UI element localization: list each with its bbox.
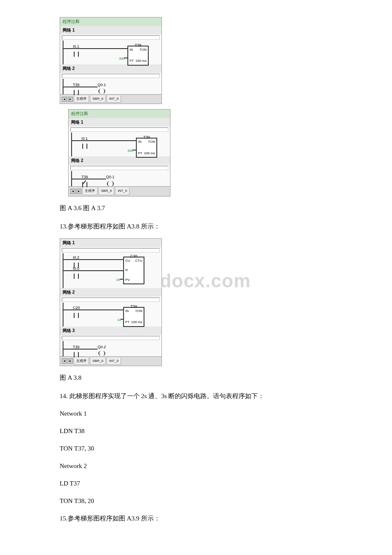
coil-q01: Q0.1 — [98, 81, 106, 96]
timer-name: T39 — [143, 134, 150, 141]
network-title: 网络 1 — [60, 239, 161, 247]
counter-preset: 20 — [116, 277, 120, 283]
power-rail — [63, 303, 63, 327]
tab-main[interactable]: 主程序 — [74, 358, 89, 365]
network-1: 网络 1 I0.2 I0.0 C20 CUCTU R PV — [60, 239, 161, 288]
network-title: 网络 2 — [69, 156, 170, 165]
network-title: 网络 2 — [60, 288, 161, 297]
network-2: 网络 2 C20 T39 INTON PT100 ms 10 — [60, 288, 161, 327]
network-comment-field — [62, 336, 160, 340]
counter-pv-pin: PV — [125, 277, 130, 283]
network-comment-field — [62, 74, 160, 78]
network-title: 网络 1 — [60, 26, 161, 35]
counter-r-pin: R — [125, 267, 128, 273]
tab-nav-left[interactable]: ◂ — [62, 97, 67, 102]
network-title: 网络 2 — [60, 64, 161, 73]
tab-nav-right[interactable]: ▸ — [68, 358, 73, 364]
network-body: I0.1 T39 INTON PT100 ms 300 — [60, 40, 161, 64]
network-body: T39 Q0.2 — [60, 341, 161, 356]
network-comment-field — [62, 248, 160, 252]
network-comment-field — [70, 127, 168, 132]
timer-block: T39 INTON PT100 ms — [127, 46, 149, 66]
timer-name: T39 — [130, 303, 137, 310]
paragraph-15: 15.参考梯形图程序如图 A3.9 所示： — [60, 513, 332, 524]
stl-line-1: Network 1 — [60, 408, 332, 419]
coil-q02: Q0.2 — [98, 344, 106, 358]
timer-pt-pin: PT — [138, 150, 142, 156]
contact-t39-nc: T39 — [81, 173, 88, 188]
contact-i01: I0.1 — [81, 135, 88, 149]
tab-nav-left[interactable]: ◂ — [62, 358, 67, 364]
tab-sbr0[interactable]: SBR_0 — [90, 358, 106, 365]
network-body: T39 Q0.1 — [60, 79, 161, 94]
tab-int0[interactable]: INT_0 — [115, 188, 130, 195]
network-2: 网络 2 T39 Q0.1 — [60, 64, 161, 94]
timer-in-pin: IN — [138, 139, 141, 145]
contact-label: C20 — [73, 304, 80, 311]
program-comment-header: 程序注释 — [60, 17, 161, 26]
coil-label: Q0.1 — [106, 173, 115, 180]
counter-name: C20 — [130, 253, 138, 260]
paragraph-14: 14. 此梯形图程序实现了一个 2s 通、3s 断的闪烁电路。语句表程序如下： — [60, 390, 332, 402]
contact-label: I0.2 — [73, 254, 79, 261]
timer-pt-pin: PT — [130, 58, 134, 64]
caption-a36-a37: 图 A 3.6 图 A 3.7 — [60, 202, 332, 214]
tab-main[interactable]: 主程序 — [74, 95, 89, 103]
tab-nav-right[interactable]: ▸ — [76, 189, 81, 194]
contact-i01: I0.1 — [73, 43, 79, 57]
stl-line-3: TON T37, 30 — [60, 443, 332, 454]
stl-line-4: Network 2 — [60, 460, 332, 472]
counter-block: C20 CUCTU R PV — [123, 257, 144, 284]
program-comment-header: 程序注释 — [69, 110, 170, 118]
coil-label: Q0.1 — [98, 81, 106, 88]
contact-c20: C20 — [73, 304, 80, 318]
timer-block: T39 INTON PT100 ms — [136, 138, 157, 158]
contact-label: I0.1 — [81, 135, 88, 142]
network-2: 网络 2 T39 Q0.1 — [69, 156, 170, 186]
tab-nav-right[interactable]: ▸ — [68, 97, 73, 102]
timer-pt-pin: PT — [125, 319, 130, 325]
timer-base: 100 ms — [144, 150, 155, 156]
tab-int0[interactable]: INT_0 — [107, 95, 121, 103]
stl-line-5: LD T37 — [60, 478, 332, 489]
coil-label: Q0.2 — [98, 344, 106, 350]
network-body: T39 Q0.1 — [69, 171, 170, 186]
network-title: 网络 1 — [69, 118, 170, 127]
tab-sbr0[interactable]: SBR_0 — [98, 188, 114, 195]
network-comment-field — [62, 35, 160, 40]
contact-label: T39 — [73, 344, 80, 350]
timer-preset: 10 — [117, 317, 121, 323]
stl-line-6: TON T38, 20 — [60, 495, 332, 507]
timer-block: T39 INTON PT100 ms — [123, 307, 144, 327]
contact-label: I0.0 — [73, 265, 79, 272]
contact-label: T39 — [81, 173, 88, 180]
network-3: 网络 3 T39 Q0.2 — [60, 327, 161, 356]
network-1: 网络 1 I0.1 T39 INTON PT100 ms 300 — [69, 118, 170, 156]
network-body: I0.1 T39 INTON PT100 ms 300 — [69, 133, 170, 156]
contact-i00: I0.0 — [73, 265, 79, 279]
timer-in-pin: IN — [130, 47, 133, 53]
contact-t39: T39 — [73, 81, 80, 95]
timer-in-pin: IN — [125, 308, 129, 314]
contact-label: I0.1 — [73, 43, 79, 50]
tab-nav-left[interactable]: ◂ — [70, 189, 75, 194]
timer-preset: 300 — [119, 56, 124, 62]
contact-label: T39 — [73, 81, 80, 88]
power-rail — [71, 133, 72, 156]
timer-base: 100 ms — [135, 58, 147, 64]
paragraph-13: 13.参考梯形图程序如图 A3.8 所示： — [60, 221, 332, 232]
network-title: 网络 3 — [60, 327, 161, 335]
tab-sbr0[interactable]: SBR_0 — [90, 95, 106, 103]
network-1: 网络 1 I0.1 T39 INTON PT100 ms 300 — [60, 26, 161, 64]
timer-name: T39 — [135, 42, 141, 49]
network-body: I0.2 I0.0 C20 CUCTU R PV 20 — [60, 253, 161, 288]
ladder-figure-a36: 程序注释 网络 1 I0.1 T39 INTON PT100 ms 300 网络… — [60, 17, 162, 104]
power-rail — [63, 40, 63, 64]
tab-int0[interactable]: INT_0 — [107, 358, 121, 365]
ladder-figure-a38: 网络 1 I0.2 I0.0 C20 CUCTU R PV — [60, 238, 162, 366]
contact-t39: T39 — [73, 344, 80, 358]
network-body: C20 T39 INTON PT100 ms 10 — [60, 303, 161, 327]
timer-base: 100 ms — [131, 319, 142, 325]
ladder-figure-a37: 程序注释 网络 1 I0.1 T39 INTON PT100 ms 300 网络… — [68, 109, 170, 196]
tab-main[interactable]: 主程序 — [82, 188, 98, 195]
